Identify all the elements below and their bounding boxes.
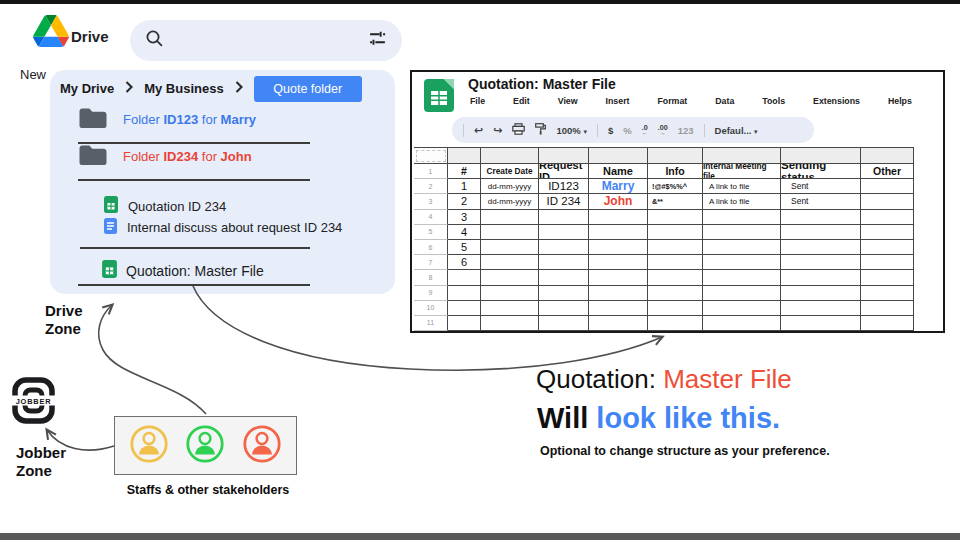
menu-insert[interactable]: Insert <box>606 96 630 106</box>
sheet-header-cell[interactable]: # <box>448 164 481 179</box>
sheet-cell[interactable] <box>781 255 861 270</box>
sheet-cell[interactable] <box>703 225 781 240</box>
sheet-cell[interactable] <box>648 286 703 301</box>
sheet-cell[interactable] <box>589 286 648 301</box>
sheet-cell[interactable]: ID 234 <box>539 194 589 209</box>
sheet-cell[interactable] <box>861 194 914 209</box>
sheet-cell[interactable] <box>648 270 703 285</box>
sheet-cell[interactable] <box>861 225 914 240</box>
sheet-header-cell[interactable]: Sending status <box>781 164 861 179</box>
sheet-header-cell[interactable]: Other <box>861 164 914 179</box>
menu-edit[interactable]: Edit <box>513 96 530 106</box>
sheet-header-cell[interactable]: Request ID <box>539 164 589 179</box>
sheet-cell[interactable] <box>481 225 539 240</box>
sheet-cell[interactable] <box>481 270 539 285</box>
menu-data[interactable]: Data <box>715 96 734 106</box>
sheet-cell[interactable] <box>648 255 703 270</box>
sheet-cell[interactable]: 6 <box>448 255 481 270</box>
sheet-cell[interactable] <box>589 240 648 255</box>
sheet-cell[interactable] <box>481 286 539 301</box>
sheet-cell[interactable]: 2 <box>448 194 481 209</box>
breadcrumb-my-drive[interactable]: My Drive <box>60 81 114 96</box>
decrease-decimal-icon[interactable]: .0← <box>642 124 648 136</box>
sheet-header-cell[interactable]: Info <box>648 164 703 179</box>
sheet-cell[interactable] <box>589 301 648 316</box>
sheet-cell[interactable] <box>448 316 481 331</box>
increase-decimal-icon[interactable]: .00→ <box>658 124 668 136</box>
sheet-cell[interactable] <box>648 316 703 331</box>
sheet-cell[interactable] <box>539 240 589 255</box>
sheet-cell[interactable] <box>861 240 914 255</box>
sheet-cell[interactable] <box>861 286 914 301</box>
sheet-cell[interactable]: Marry <box>589 179 648 194</box>
sheet-cell[interactable]: dd-mm-yyyy <box>481 194 539 209</box>
sheet-header-cell[interactable]: Internal Meeting file <box>703 164 781 179</box>
sheet-cell[interactable] <box>781 316 861 331</box>
sheet-cell[interactable]: dd-mm-yyyy <box>481 179 539 194</box>
sheet-cell[interactable] <box>481 240 539 255</box>
sheet-cell[interactable] <box>539 316 589 331</box>
sheet-cell[interactable] <box>648 210 703 225</box>
sheet-cell[interactable] <box>589 316 648 331</box>
sheet-cell[interactable] <box>781 270 861 285</box>
sheet-cell[interactable] <box>648 240 703 255</box>
sheet-header-cell[interactable]: Create Date <box>481 164 539 179</box>
sheet-cell[interactable]: 1 <box>448 179 481 194</box>
sheet-cell[interactable] <box>781 301 861 316</box>
sheet-cell[interactable] <box>703 316 781 331</box>
menu-file[interactable]: File <box>470 96 485 106</box>
file-item-quotation[interactable]: Quotation ID 234 <box>104 196 226 216</box>
sheet-cell[interactable] <box>861 179 914 194</box>
breadcrumb-current-chip[interactable]: Quote folder <box>254 76 362 102</box>
breadcrumb-my-business[interactable]: My Business <box>144 81 223 96</box>
print-icon[interactable] <box>512 123 525 137</box>
sheet-cell[interactable] <box>781 210 861 225</box>
sheet-cell[interactable]: John <box>589 194 648 209</box>
redo-icon[interactable]: ↪ <box>493 125 502 136</box>
sheet-cell[interactable]: &** <box>648 194 703 209</box>
sheet-cell[interactable]: 4 <box>448 225 481 240</box>
file-item-master[interactable]: Quotation: Master File <box>102 260 264 281</box>
folder-item-marry[interactable]: Folder ID123 for Marry <box>78 107 256 131</box>
folder-item-john[interactable]: Folder ID234 for John <box>78 144 252 168</box>
sheet-cell[interactable] <box>589 210 648 225</box>
menu-helps[interactable]: Helps <box>888 96 912 106</box>
sheet-cell[interactable] <box>703 270 781 285</box>
sheet-cell[interactable] <box>648 225 703 240</box>
sheet-cell[interactable] <box>481 210 539 225</box>
sheet-cell[interactable] <box>781 240 861 255</box>
menu-tools[interactable]: Tools <box>762 96 785 106</box>
sheet-cell[interactable]: 5 <box>448 240 481 255</box>
undo-icon[interactable]: ↩ <box>474 125 483 136</box>
sheet-cell[interactable] <box>539 301 589 316</box>
sheet-cell[interactable] <box>539 270 589 285</box>
sheet-cell[interactable]: Sent <box>781 194 861 209</box>
sheet-cell[interactable] <box>703 255 781 270</box>
search-input[interactable] <box>130 20 402 61</box>
sheet-cell[interactable]: A link to file <box>703 194 781 209</box>
sheet-cell[interactable] <box>861 270 914 285</box>
sheet-cell[interactable] <box>481 255 539 270</box>
sheet-cell[interactable] <box>781 286 861 301</box>
sheet-cell[interactable] <box>703 240 781 255</box>
sheet-cell[interactable] <box>861 255 914 270</box>
sheet-cell[interactable]: ID123 <box>539 179 589 194</box>
sheet-cell[interactable] <box>861 316 914 331</box>
sheet-cell[interactable] <box>648 301 703 316</box>
sheet-cell[interactable] <box>589 255 648 270</box>
sheet-cell[interactable] <box>781 225 861 240</box>
percent-format-icon[interactable]: % <box>623 125 631 136</box>
menu-extensions[interactable]: Extensions <box>813 96 860 106</box>
font-style-select[interactable]: Defaul... ▾ <box>715 125 758 136</box>
sheet-cell[interactable] <box>703 286 781 301</box>
number-format-icon[interactable]: 123 <box>678 125 694 136</box>
sheet-cell[interactable]: !@#$%%^ <box>648 179 703 194</box>
sheet-cell[interactable] <box>481 316 539 331</box>
sheet-cell[interactable] <box>539 255 589 270</box>
sheet-cell[interactable] <box>589 225 648 240</box>
sheet-cell[interactable] <box>448 301 481 316</box>
file-item-internal-discuss[interactable]: Internal discuss about request ID 234 <box>104 218 342 237</box>
sheet-cell[interactable] <box>539 286 589 301</box>
sheet-cell[interactable] <box>703 301 781 316</box>
zoom-select[interactable]: 100% ▾ <box>556 125 586 136</box>
